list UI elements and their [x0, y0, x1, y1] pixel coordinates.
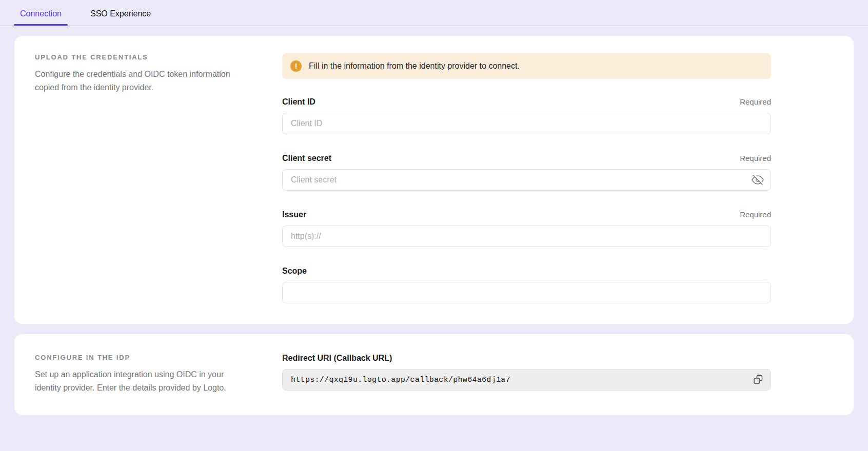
issuer-label: Issuer: [282, 210, 306, 219]
client-secret-label: Client secret: [282, 154, 331, 163]
redirect-uri-value: https://qxq19u.logto.app/callback/phw64a…: [291, 376, 751, 384]
tab-connection[interactable]: Connection: [17, 9, 65, 25]
client-secret-field-group: Client secret Required: [282, 154, 771, 191]
required-badge: Required: [740, 97, 771, 106]
required-badge: Required: [740, 154, 771, 162]
warning-banner-text: Fill in the information from the identit…: [309, 61, 520, 71]
issuer-input[interactable]: [282, 225, 771, 247]
section-description: Set up an application integration using …: [35, 368, 243, 395]
client-secret-input[interactable]: [282, 169, 771, 191]
warning-icon: !: [290, 60, 302, 72]
idp-card: CONFIGURE IN THE IDP Set up an applicati…: [14, 334, 854, 415]
scope-field-group: Scope: [282, 266, 771, 303]
section-heading: UPLOAD THE CREDENTIALS: [35, 53, 257, 61]
client-id-field-group: Client ID Required: [282, 97, 771, 134]
required-badge: Required: [740, 210, 771, 219]
eye-off-icon[interactable]: [752, 174, 764, 186]
copy-icon[interactable]: [751, 373, 765, 387]
section-heading: CONFIGURE IN THE IDP: [35, 354, 257, 361]
scope-label: Scope: [282, 266, 307, 276]
idp-section-intro: CONFIGURE IN THE IDP Set up an applicati…: [35, 354, 282, 395]
client-id-label: Client ID: [282, 97, 315, 107]
tab-sso-experience[interactable]: SSO Experience: [87, 9, 154, 25]
scope-input[interactable]: [282, 282, 771, 303]
redirect-uri-label: Redirect URI (Callback URL): [282, 354, 392, 363]
tab-bar: Connection SSO Experience: [0, 0, 868, 26]
warning-banner: ! Fill in the information from the ident…: [282, 53, 771, 79]
client-id-input[interactable]: [282, 113, 771, 134]
redirect-uri-field-group: Redirect URI (Callback URL) https://qxq1…: [282, 354, 771, 391]
issuer-field-group: Issuer Required: [282, 210, 771, 247]
credentials-card: UPLOAD THE CREDENTIALS Configure the cre…: [14, 36, 854, 324]
credentials-section-intro: UPLOAD THE CREDENTIALS Configure the cre…: [35, 53, 282, 303]
section-description: Configure the credentials and OIDC token…: [35, 68, 243, 94]
redirect-uri-readonly-field: https://qxq19u.logto.app/callback/phw64a…: [282, 369, 771, 391]
